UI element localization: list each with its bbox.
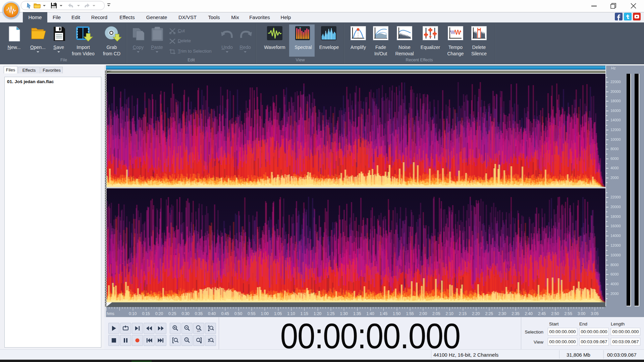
svg-text:100: 100 (197, 330, 200, 332)
